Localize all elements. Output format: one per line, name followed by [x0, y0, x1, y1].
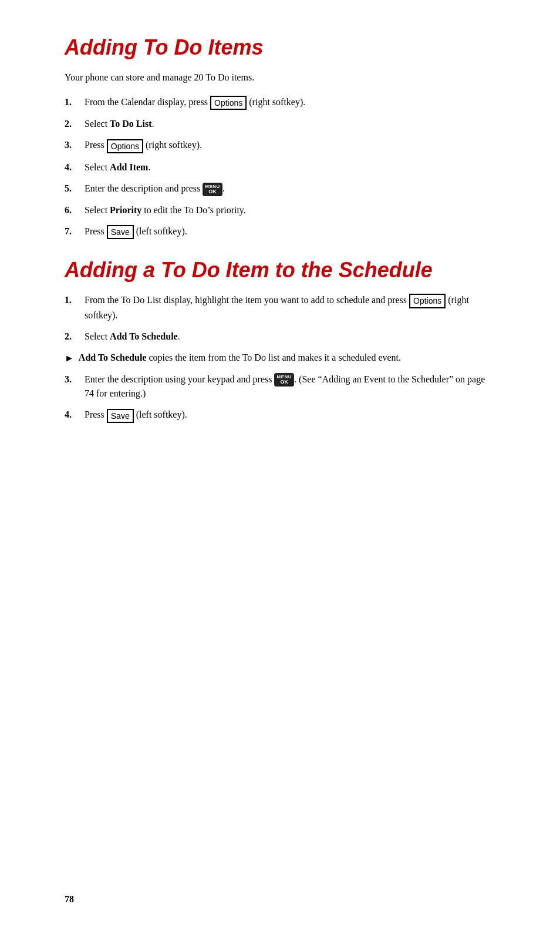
bullet-arrow-icon: ►	[65, 351, 74, 365]
options-button-1: Options	[210, 96, 247, 110]
step-1-5: Enter the description and press MENU OK …	[65, 182, 495, 196]
section1-steps: From the Calendar display, press Options…	[65, 95, 495, 239]
todo-list-label: To Do List	[110, 119, 151, 129]
save-button-2: Save	[107, 409, 134, 423]
step-1-4: Select Add Item.	[65, 160, 495, 174]
section2-title: Adding a To Do Item to the Schedule	[65, 258, 495, 283]
bullet-item: ► Add To Schedule copies the item from t…	[65, 351, 495, 365]
page-content: Adding To Do Items Your phone can store …	[0, 0, 560, 477]
add-item-label: Add Item	[110, 162, 148, 172]
save-button-1: Save	[107, 225, 134, 239]
step-1-3: Press Options (right softkey).	[65, 138, 495, 153]
priority-label: Priority	[110, 205, 141, 215]
step-1-6: Select Priority to edit the To Do’s prio…	[65, 203, 495, 217]
add-to-schedule-label-1: Add To Schedule	[110, 331, 178, 341]
bullet-text: Add To Schedule copies the item from the…	[79, 351, 495, 365]
section2-steps: From the To Do List display, highlight t…	[65, 293, 495, 343]
step-2-3: Enter the description using your keypad …	[65, 372, 495, 401]
options-button-2: Options	[107, 139, 143, 153]
section1-title: Adding To Do Items	[65, 35, 495, 60]
menu-ok-icon-1: MENU OK	[203, 183, 222, 196]
options-button-3: Options	[409, 294, 446, 308]
section1-intro: Your phone can store and manage 20 To Do…	[65, 70, 495, 85]
section2-steps-continued: Enter the description using your keypad …	[65, 372, 495, 423]
step-2-4: Press Save (left softkey).	[65, 408, 495, 422]
step-2-2: Select Add To Schedule.	[65, 330, 495, 344]
add-to-schedule-label-2: Add To Schedule	[79, 352, 147, 362]
step-1-7: Press Save (left softkey).	[65, 224, 495, 239]
step-1-2: Select To Do List.	[65, 117, 495, 131]
step-1-1: From the Calendar display, press Options…	[65, 95, 495, 110]
page-number: 78	[65, 894, 74, 905]
step-2-1: From the To Do List display, highlight t…	[65, 293, 495, 322]
menu-ok-icon-2: MENU OK	[274, 373, 294, 387]
